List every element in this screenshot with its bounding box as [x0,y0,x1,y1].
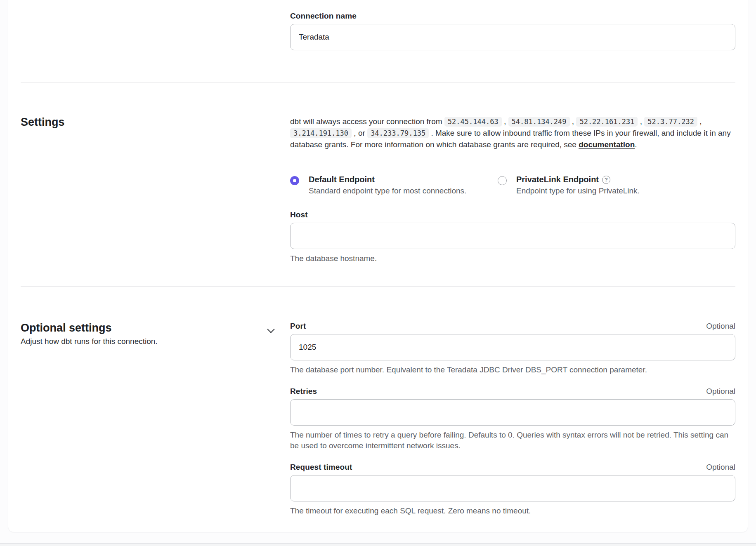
optional-settings-subtitle: Adjust how dbt runs for this connection. [21,337,270,346]
port-helper-text: The database port number. Equivalent to … [290,365,735,375]
host-field: Host The database hostname. [290,210,735,264]
settings-section: Settings dbt will always access your con… [21,116,735,264]
request-timeout-label: Request timeout [290,463,352,472]
request-timeout-input[interactable] [290,475,735,501]
optional-badge: Optional [706,387,735,396]
intro-text: , [570,117,576,126]
port-input[interactable] [290,334,735,360]
host-input[interactable] [290,223,735,249]
radio-unselected-icon[interactable] [498,176,507,185]
retries-input[interactable] [290,399,735,426]
intro-text: . [635,140,637,149]
endpoint-option-label: PrivateLink Endpoint [516,175,599,184]
documentation-link[interactable]: documentation [579,140,635,149]
port-label: Port [290,322,306,331]
optional-badge: Optional [706,463,735,472]
optional-badge: Optional [706,322,735,331]
intro-text: , [638,117,644,126]
ip-address-chip: 3.214.191.130 [290,128,352,138]
endpoint-option-description: Endpoint type for using PrivateLink. [516,186,640,195]
ip-address-chip: 54.81.134.249 [508,117,570,127]
section-divider [21,82,735,83]
request-timeout-field: Request timeout Optional The timeout for… [290,463,735,516]
connection-settings-card: Connection name Settings dbt will always… [8,0,748,532]
ip-address-chip: 34.233.79.135 [367,128,429,138]
optional-settings-section: Optional settings Adjust how dbt runs fo… [21,322,735,528]
connection-name-input[interactable] [290,24,735,50]
endpoint-option-label: Default Endpoint [309,175,466,184]
request-timeout-helper-text: The timeout for executing each SQL reque… [290,506,735,516]
connection-name-section: Connection name [21,12,735,50]
ip-access-paragraph: dbt will always access your connection f… [290,116,735,150]
help-icon[interactable]: ? [602,176,610,184]
bottom-bar-edge [0,543,756,546]
intro-text: , or [352,129,367,137]
ip-address-chip: 52.3.77.232 [644,117,697,127]
endpoint-option-default[interactable]: Default Endpoint Standard endpoint type … [290,175,498,195]
retries-label: Retries [290,387,317,396]
optional-settings-heading: Optional settings [21,322,270,334]
intro-text: dbt will always access your connection f… [290,117,444,126]
host-helper-text: The database hostname. [290,253,735,264]
retries-field: Retries Optional The number of times to … [290,387,735,451]
connection-name-label: Connection name [290,12,735,21]
endpoint-option-privatelink[interactable]: PrivateLink Endpoint ? Endpoint type for… [498,175,640,195]
host-label: Host [290,210,735,219]
settings-heading: Settings [21,116,290,129]
endpoint-radio-group: Default Endpoint Standard endpoint type … [290,175,735,195]
port-field: Port Optional The database port number. … [290,322,735,375]
radio-selected-icon[interactable] [290,176,299,185]
ip-address-chip: 52.22.161.231 [576,117,638,127]
section-divider [21,286,735,287]
retries-helper-text: The number of times to retry a query bef… [290,430,735,451]
endpoint-option-description: Standard endpoint type for most connecti… [309,186,466,195]
intro-text: , [697,117,702,126]
ip-address-chip: 52.45.144.63 [444,117,502,127]
intro-text: , [502,117,508,126]
